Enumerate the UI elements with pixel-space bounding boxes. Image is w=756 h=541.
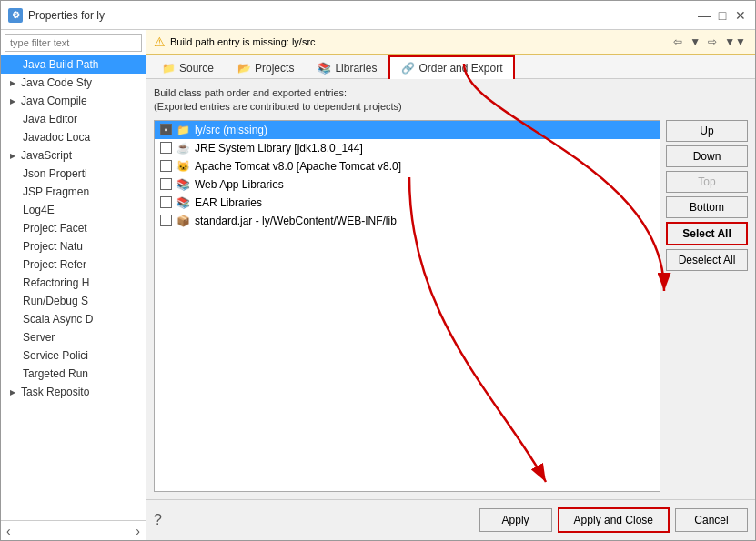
warning-next-button[interactable]: ⇨ [706,35,719,48]
entry-label-web-app: Web App Libraries [195,178,654,191]
libraries-tab-icon: 📚 [318,62,331,75]
entry-item-ly-src[interactable]: 📁 ly/src (missing) [155,121,660,139]
sidebar-bottom: ‹ › [1,520,146,540]
description-line2: (Exported entries are contributed to dep… [154,100,748,114]
sidebar-item-java-editor[interactable]: Java Editor [1,110,146,128]
content-area: Java Build Path Java Code Sty Java Compi… [1,30,755,540]
sidebar-label: JSP Fragmen [23,185,89,198]
projects-tab-icon: 📂 [237,62,251,75]
tab-order-export[interactable]: 🔗 Order and Export [388,55,515,79]
order-export-panel: Build class path order and exported entr… [146,79,755,499]
down-button[interactable]: Down [666,145,748,167]
sidebar-item-json-properties[interactable]: Json Properti [1,165,146,183]
entry-checkbox-standard-jar[interactable] [160,215,172,226]
entry-checkbox-ear[interactable] [160,196,172,208]
tab-libraries-label: Libraries [335,62,377,75]
sidebar-item-jsp-fragment[interactable]: JSP Fragmen [1,183,146,201]
warning-nav-dropdown[interactable]: ▼ [688,35,702,48]
sidebar-item-task-repositories[interactable]: Task Reposito [1,383,146,401]
properties-window: ⚙ Properties for ly — □ ✕ Java Build Pat… [0,0,756,541]
sidebar-items: Java Build Path Java Code Sty Java Compi… [1,55,146,520]
sidebar-forward-button[interactable]: › [134,524,142,538]
sidebar-label: Java Editor [23,113,77,125]
order-export-tab-icon: 🔗 [401,62,415,75]
sidebar-item-java-code-style[interactable]: Java Code Sty [1,74,146,92]
sidebar-label: Project Refer [23,258,86,271]
sidebar-item-javadoc[interactable]: Javadoc Loca [1,128,146,146]
description-line1: Build class path order and exported entr… [154,86,748,100]
entry-item-tomcat[interactable]: 🐱 Apache Tomcat v8.0 [Apache Tomcat v8.0… [155,157,660,175]
entry-label-jre: JRE System Library [jdk1.8.0_144] [195,142,654,155]
sidebar-label: Project Natu [23,240,83,253]
entry-checkbox-web-app[interactable] [160,178,172,190]
entry-label-ly-src: ly/src (missing) [195,124,654,136]
bottom-button[interactable]: Bottom [666,196,748,218]
sidebar-label: Targeted Run [23,367,88,380]
warning-left: ⚠ Build path entry is missing: ly/src [154,35,316,49]
sidebar-item-project-nature[interactable]: Project Natu [1,237,146,255]
entry-item-jre[interactable]: ☕ JRE System Library [jdk1.8.0_144] [155,139,660,157]
close-button[interactable]: ✕ [733,8,748,23]
sidebar-item-java-build-path[interactable]: Java Build Path [1,55,146,74]
sidebar-item-scala-async[interactable]: Scala Async D [1,310,146,328]
sidebar-item-service-policies[interactable]: Service Polici [1,346,146,365]
deselect-all-button[interactable]: Deselect All [666,249,748,271]
bottom-bar: ? Apply Apply and Close Cancel [146,499,755,540]
entry-checkbox-jre[interactable] [160,142,172,154]
sidebar-label: Java Build Path [23,58,98,71]
tab-projects[interactable]: 📂 Projects [226,55,306,79]
sidebar-item-project-references[interactable]: Project Refer [1,255,146,274]
window-title: Properties for ly [28,9,105,22]
minimize-button[interactable]: — [697,8,711,23]
warning-bar: ⚠ Build path entry is missing: ly/src ⇦ … [146,30,755,55]
tabs-bar: 📁 Source 📂 Projects 📚 Libraries 🔗 Order … [146,55,755,79]
entry-item-ear[interactable]: 📚 EAR Libraries [155,194,660,212]
entries-list: 📁 ly/src (missing) ☕ JRE System Library … [154,120,660,492]
maximize-button[interactable]: □ [715,8,730,23]
sidebar-label: Log4E [23,204,55,216]
tab-libraries[interactable]: 📚 Libraries [306,55,388,79]
list-and-buttons: 📁 ly/src (missing) ☕ JRE System Library … [154,120,748,492]
sidebar-item-project-facets[interactable]: Project Facet [1,219,146,237]
top-button[interactable]: Top [666,171,748,193]
sidebar-item-refactoring[interactable]: Refactoring H [1,274,146,292]
entry-label-standard-jar: standard.jar - ly/WebContent/WEB-INF/lib [195,215,654,227]
up-button[interactable]: Up [666,120,748,142]
cancel-button[interactable]: Cancel [675,508,748,532]
sidebar-item-server[interactable]: Server [1,328,146,346]
sidebar-label: Run/Debug S [23,295,88,307]
sidebar-item-run-debug[interactable]: Run/Debug S [1,292,146,310]
apply-button[interactable]: Apply [479,508,552,532]
entry-checkbox-tomcat[interactable] [160,160,172,172]
panel-description: Build class path order and exported entr… [154,86,748,115]
sidebar-label: Java Code Sty [21,76,92,89]
tab-source[interactable]: 📁 Source [150,55,226,79]
sidebar-item-javascript[interactable]: JavaScript [1,146,146,165]
sidebar-label: Java Compile [21,95,87,107]
warning-more-button[interactable]: ▼▼ [722,35,748,48]
sidebar-item-log4e[interactable]: Log4E [1,201,146,219]
sidebar-back-button[interactable]: ‹ [5,524,13,538]
source-tab-icon: 📁 [162,62,176,75]
sidebar-item-java-compiler[interactable]: Java Compile [1,92,146,110]
apply-and-close-button[interactable]: Apply and Close [558,507,670,533]
select-all-button[interactable]: Select All [666,222,748,245]
entry-item-web-app[interactable]: 📚 Web App Libraries [155,175,660,194]
sidebar: Java Build Path Java Code Sty Java Compi… [1,30,146,540]
filter-input[interactable] [5,34,142,52]
entry-icon-ly-src: 📁 [176,124,190,136]
sidebar-item-targeted-runtimes[interactable]: Targeted Run [1,365,146,383]
sidebar-label: Service Polici [23,349,88,362]
main-panel: ⚠ Build path entry is missing: ly/src ⇦ … [146,30,755,540]
entry-label-ear: EAR Libraries [195,196,654,209]
warning-prev-button[interactable]: ⇦ [671,35,684,48]
entry-icon-tomcat: 🐱 [176,160,190,173]
entry-checkbox-ly-src[interactable] [160,124,172,135]
sidebar-label: Server [23,331,55,344]
entry-item-standard-jar[interactable]: 📦 standard.jar - ly/WebContent/WEB-INF/l… [155,212,660,230]
title-bar-left: ⚙ Properties for ly [8,8,105,23]
sidebar-label: Javadoc Loca [23,131,90,144]
sidebar-label: Task Reposito [21,386,89,398]
sidebar-label: Refactoring H [23,276,89,289]
help-button[interactable]: ? [154,512,162,528]
